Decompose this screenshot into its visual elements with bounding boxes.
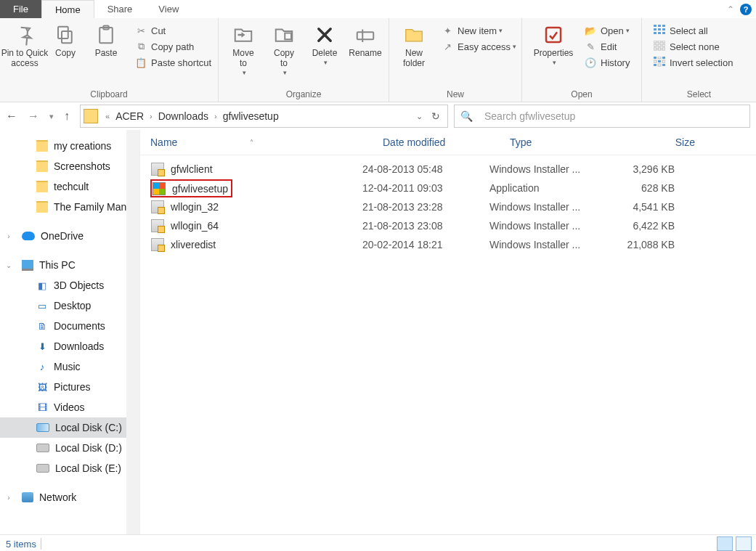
copy-to-button[interactable]: Copy to ▾ (264, 21, 304, 78)
tree-item-my-creations[interactable]: my creations (0, 136, 139, 156)
paste-button[interactable]: Paste (86, 21, 126, 60)
breadcrumb-seg-current[interactable]: gfwlivesetup (223, 110, 279, 122)
column-size[interactable]: Size (622, 136, 702, 148)
tree-item-disk-d[interactable]: Local Disk (D:) (0, 438, 139, 458)
expand-icon[interactable]: › (4, 494, 13, 502)
tree-item-3d-objects[interactable]: ◧ 3D Objects (0, 275, 139, 295)
rename-button[interactable]: Rename (345, 21, 386, 60)
properties-button[interactable]: Properties ▾ (527, 21, 580, 68)
column-date[interactable]: Date modified (383, 136, 510, 148)
open-button[interactable]: 📂 Open▾ (580, 23, 633, 38)
search-box[interactable]: 🔍 (454, 105, 750, 128)
navigation-tree[interactable]: my creations Screenshots techcult The Fa… (0, 130, 140, 534)
tree-item-techcult[interactable]: techcult (0, 176, 139, 197)
tree-item-onedrive[interactable]: › OneDrive (0, 226, 139, 246)
file-name: gfwlclient (171, 163, 213, 175)
svg-rect-1 (58, 27, 68, 38)
tree-item-this-pc[interactable]: ⌄ This PC (0, 255, 139, 275)
copy-path-button[interactable]: ⧉ Copy path (131, 38, 214, 54)
tree-item-videos[interactable]: 🎞 Videos (0, 397, 139, 417)
pin-to-quick-access-button[interactable]: Pin to Quick access (4, 21, 45, 70)
forward-button[interactable]: → (28, 110, 39, 123)
folder-icon (36, 160, 48, 172)
expand-icon[interactable]: › (4, 232, 13, 240)
tree-item-screenshots[interactable]: Screenshots (0, 156, 139, 176)
file-row[interactable]: wllogin_6421-08-2013 23:08Windows Instal… (140, 216, 756, 235)
file-row[interactable]: wllogin_3221-08-2013 23:28Windows Instal… (140, 197, 756, 216)
column-name[interactable]: Name ˄ (150, 136, 383, 148)
tree-item-family-man[interactable]: The Family Man S (0, 197, 139, 217)
cut-button[interactable]: ✂ Cut (131, 23, 214, 38)
file-row[interactable]: xliveredist20-02-2014 18:21Windows Insta… (140, 235, 756, 254)
recent-locations-button[interactable]: ▾ (49, 112, 54, 121)
svg-rect-34 (654, 64, 657, 66)
tree-item-desktop[interactable]: ▭ Desktop (0, 295, 139, 316)
easy-access-button[interactable]: ↗ Easy access▾ (437, 38, 519, 54)
easy-access-icon: ↗ (440, 41, 455, 52)
history-button[interactable]: 🕑 History (580, 54, 633, 70)
svg-rect-10 (654, 25, 657, 27)
column-headers[interactable]: Name ˄ Date modified Type Size (140, 130, 756, 155)
tab-file[interactable]: File (0, 0, 41, 18)
tree-item-music[interactable]: ♪ Music (0, 356, 139, 377)
new-folder-button[interactable]: New folder (394, 21, 434, 70)
open-icon: 📂 (583, 25, 598, 36)
address-dropdown-button[interactable]: ⌄ (416, 112, 423, 121)
refresh-button[interactable]: ↻ (431, 110, 440, 122)
chevron-right-icon[interactable]: › (211, 112, 220, 121)
edit-button[interactable]: ✎ Edit (580, 38, 633, 54)
scrollbar[interactable] (126, 130, 139, 534)
select-none-button[interactable]: Select none (649, 38, 736, 54)
application-icon (152, 181, 166, 196)
svg-rect-24 (662, 44, 665, 46)
svg-rect-0 (62, 31, 72, 43)
tab-view[interactable]: View (145, 0, 192, 18)
chevron-right-icon[interactable]: « (102, 112, 113, 121)
rename-icon (353, 23, 378, 47)
file-row[interactable]: gfwlclient24-08-2013 05:48Windows Instal… (140, 160, 756, 179)
select-all-button[interactable]: Select all (649, 23, 736, 38)
file-row[interactable]: gfwlivesetup12-04-2011 09:03Application6… (140, 179, 756, 197)
history-icon: 🕑 (583, 57, 598, 68)
sort-indicator-icon: ˄ (250, 139, 253, 147)
help-icon[interactable]: ? (740, 4, 752, 15)
select-none-icon (652, 41, 667, 53)
ribbon: Pin to Quick access Copy Paste ✂ Cut (0, 18, 756, 102)
address-bar[interactable]: « ACER › Downloads › gfwlivesetup ⌄ ↻ (80, 105, 448, 128)
chevron-right-icon[interactable]: › (147, 112, 155, 121)
tab-home[interactable]: Home (41, 0, 94, 18)
copy-button[interactable]: Copy (45, 21, 86, 60)
svg-rect-31 (654, 60, 657, 62)
music-icon: ♪ (36, 361, 48, 372)
paste-shortcut-button[interactable]: 📋 Paste shortcut (131, 54, 214, 70)
tree-item-disk-e[interactable]: Local Disk (E:) (0, 458, 139, 478)
up-button[interactable]: ↑ (64, 110, 70, 123)
svg-rect-4 (285, 33, 291, 40)
view-details-button[interactable] (717, 536, 733, 551)
file-date: 21-08-2013 23:08 (362, 220, 489, 232)
view-large-icons-button[interactable] (736, 536, 752, 551)
tree-item-pictures[interactable]: 🖼 Pictures (0, 377, 139, 397)
select-all-icon (652, 25, 667, 37)
breadcrumb-seg-acer[interactable]: ACER (115, 110, 144, 122)
ribbon-collapse-icon[interactable]: ⌃ (727, 4, 734, 15)
column-type[interactable]: Type (510, 136, 622, 148)
collapse-icon[interactable]: ⌄ (4, 261, 13, 269)
move-to-button[interactable]: Move to ▾ (223, 21, 264, 78)
svg-rect-18 (662, 32, 665, 34)
tree-item-downloads[interactable]: ⬇ Downloads (0, 336, 139, 356)
tree-item-documents[interactable]: 🗎 Documents (0, 316, 139, 336)
tab-share[interactable]: Share (94, 0, 146, 18)
back-button[interactable]: ← (6, 110, 17, 123)
ribbon-group-label-new: New (394, 88, 517, 100)
svg-rect-16 (654, 32, 657, 34)
pin-icon (12, 23, 37, 47)
breadcrumb-seg-downloads[interactable]: Downloads (158, 110, 208, 122)
file-size: 4,541 KB (602, 201, 682, 213)
tree-item-network[interactable]: › Network (0, 487, 139, 507)
delete-button[interactable]: Delete ▾ (304, 21, 345, 68)
invert-selection-button[interactable]: Invert selection (649, 54, 736, 70)
new-item-button[interactable]: ✦ New item▾ (437, 23, 519, 38)
search-input[interactable] (483, 110, 744, 123)
tree-item-disk-c[interactable]: Local Disk (C:) (0, 417, 139, 438)
